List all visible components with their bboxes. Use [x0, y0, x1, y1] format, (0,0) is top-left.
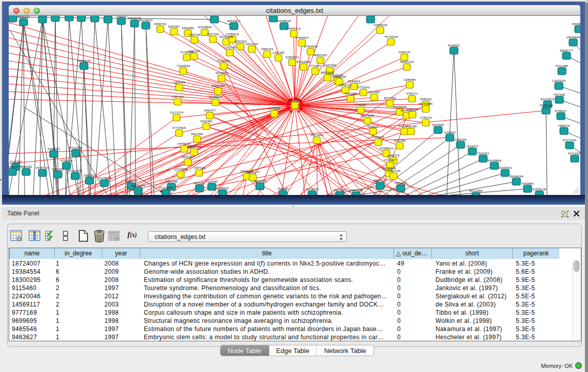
svg-text:7182278: 7182278: [9, 165, 18, 168]
svg-text:7543303: 7543303: [477, 152, 489, 155]
svg-text:57262849: 57262849: [297, 60, 311, 63]
svg-text:6998543: 6998543: [216, 187, 229, 190]
svg-text:87277434: 87277434: [563, 139, 577, 142]
svg-text:80112805: 80112805: [469, 189, 483, 192]
svg-text:55886753: 55886753: [187, 145, 201, 148]
svg-text:4966319: 4966319: [261, 48, 273, 51]
svg-text:9912419: 9912419: [246, 42, 258, 46]
svg-text:34624751: 34624751: [253, 180, 267, 183]
svg-text:3747407: 3747407: [384, 159, 396, 162]
svg-text:97848018: 97848018: [277, 19, 291, 23]
svg-text:9821465: 9821465: [191, 133, 203, 136]
svg-text:79740344: 79740344: [384, 35, 398, 38]
svg-text:5098393: 5098393: [48, 147, 60, 150]
svg-text:54145868: 54145868: [488, 159, 502, 162]
svg-text:1031051: 1031051: [52, 168, 64, 171]
svg-text:62702895: 62702895: [174, 168, 188, 171]
svg-text:71756551: 71756551: [217, 59, 231, 62]
svg-text:0812191: 0812191: [193, 182, 206, 185]
svg-text:4216073: 4216073: [466, 145, 478, 148]
svg-text:8721489: 8721489: [556, 64, 568, 68]
svg-text:81754965: 81754965: [419, 102, 433, 105]
svg-text:80831367: 80831367: [314, 54, 328, 57]
svg-text:1969379: 1969379: [387, 154, 400, 157]
svg-text:76320163: 76320163: [539, 104, 553, 107]
svg-text:67010651: 67010651: [69, 146, 83, 149]
svg-text:5009788: 5009788: [165, 180, 178, 183]
svg-text:65648236: 65648236: [572, 23, 580, 26]
svg-text:7991183: 7991183: [277, 187, 290, 190]
svg-text:3158692: 3158692: [444, 131, 456, 134]
svg-text:4738299: 4738299: [60, 159, 73, 162]
svg-text:13433200: 13433200: [552, 79, 566, 82]
svg-text:74367136: 74367136: [387, 169, 401, 172]
svg-text:0330923: 0330923: [234, 40, 247, 43]
svg-text:8677496: 8677496: [384, 97, 396, 100]
svg-text:28809570: 28809570: [77, 59, 91, 62]
svg-text:2787429: 2787429: [171, 95, 184, 98]
svg-text:4316117: 4316117: [367, 125, 380, 128]
svg-text:34714345: 34714345: [568, 152, 580, 155]
svg-text:62729806: 62729806: [198, 26, 212, 29]
svg-text:2328120: 2328120: [398, 51, 410, 54]
svg-text:55698169: 55698169: [510, 175, 524, 178]
svg-text:4060883: 4060883: [521, 182, 534, 185]
svg-text:99091334: 99091334: [400, 60, 414, 63]
svg-text:86578091: 86578091: [361, 114, 375, 117]
svg-text:3285884: 3285884: [404, 78, 416, 81]
svg-text:00524278: 00524278: [350, 189, 363, 192]
svg-text:8148932: 8148932: [448, 44, 460, 47]
svg-text:1491905: 1491905: [272, 51, 285, 54]
svg-text:62386922: 62386922: [380, 147, 394, 150]
svg-text:9600133: 9600133: [17, 16, 30, 18]
svg-text:7193745: 7193745: [224, 46, 236, 49]
svg-text:5430391: 5430391: [10, 160, 22, 163]
svg-text:4005045: 4005045: [372, 136, 384, 139]
svg-text:5240824: 5240824: [348, 80, 360, 83]
svg-text:98084124: 98084124: [374, 179, 387, 182]
svg-text:81223623: 81223623: [541, 98, 555, 101]
svg-text:7917693: 7917693: [553, 93, 565, 96]
svg-text:27354549: 27354549: [304, 45, 318, 48]
svg-text:37631165: 37631165: [69, 169, 82, 172]
svg-text:3709859: 3709859: [406, 108, 419, 111]
svg-text:71906594: 71906594: [177, 64, 190, 68]
svg-text:7889579: 7889579: [558, 124, 570, 127]
svg-text:9521456: 9521456: [394, 139, 406, 142]
svg-text:6193990: 6193990: [206, 180, 218, 183]
svg-text:94406409: 94406409: [393, 105, 407, 108]
svg-text:73178108: 73178108: [98, 177, 112, 180]
svg-text:67737826: 67737826: [172, 126, 186, 129]
svg-text:71746488: 71746488: [180, 51, 194, 54]
svg-text:1746120: 1746120: [420, 116, 432, 119]
svg-text:6658760: 6658760: [154, 23, 166, 26]
svg-text:1326773: 1326773: [125, 180, 138, 183]
svg-text:1399049: 1399049: [173, 81, 185, 84]
svg-text:25135427: 25135427: [306, 188, 319, 191]
svg-text:3685160: 3685160: [420, 98, 432, 101]
svg-text:61595148: 61595148: [533, 188, 547, 191]
svg-text:65787133: 65787133: [36, 166, 50, 169]
svg-text:8708317: 8708317: [555, 110, 567, 113]
svg-text:87234309: 87234309: [159, 186, 173, 189]
svg-text:1671902: 1671902: [368, 91, 380, 94]
svg-text:4711382: 4711382: [405, 125, 418, 128]
svg-text:4745171: 4745171: [406, 92, 418, 95]
svg-text:0932480: 0932480: [200, 120, 212, 123]
svg-text:1627204: 1627204: [207, 33, 219, 36]
svg-text:13171274: 13171274: [170, 111, 184, 114]
svg-text:7346706: 7346706: [188, 33, 201, 36]
svg-text:34874016: 34874016: [333, 188, 347, 191]
svg-text:7187026: 7187026: [193, 166, 205, 169]
svg-text:34957885: 34957885: [323, 64, 337, 67]
svg-text:6204505: 6204505: [432, 123, 444, 126]
svg-text:76945314: 76945314: [287, 27, 301, 30]
svg-text:60385977: 60385977: [209, 96, 223, 99]
svg-text:2260256: 2260256: [454, 138, 467, 141]
svg-text:0842710: 0842710: [339, 83, 352, 86]
svg-text:37996507: 37996507: [295, 36, 309, 39]
svg-text:01429401: 01429401: [498, 166, 512, 169]
svg-text:02606474: 02606474: [132, 184, 145, 187]
svg-text:5674680: 5674680: [215, 72, 228, 75]
svg-text:17080531: 17080531: [226, 33, 239, 36]
